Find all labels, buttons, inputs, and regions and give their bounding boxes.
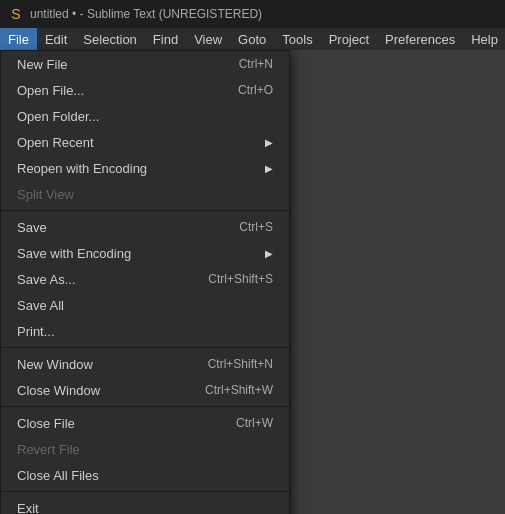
title-bar: S untitled • - Sublime Text (UNREGISTERE… (0, 0, 505, 28)
menu-item-label: Close All Files (17, 468, 273, 483)
menu-item-shortcut: Ctrl+Shift+N (208, 357, 273, 371)
menu-bar-item-edit[interactable]: Edit (37, 28, 75, 50)
menu-item-open-folder-[interactable]: Open Folder... (1, 103, 289, 129)
menu-item-label: Close Window (17, 383, 175, 398)
menu-item-new-window[interactable]: New WindowCtrl+Shift+N (1, 351, 289, 377)
menu-item-label: Print... (17, 324, 273, 339)
menu-item-open-file-[interactable]: Open File...Ctrl+O (1, 77, 289, 103)
menu-bar-item-view[interactable]: View (186, 28, 230, 50)
menu-item-print-[interactable]: Print... (1, 318, 289, 344)
menu-item-label: Reopen with Encoding (17, 161, 257, 176)
menu-item-label: Exit (17, 501, 273, 515)
menu-item-new-file[interactable]: New FileCtrl+N (1, 51, 289, 77)
menu-item-close-all-files[interactable]: Close All Files (1, 462, 289, 488)
menu-item-shortcut: Ctrl+S (239, 220, 273, 234)
window-title: untitled • - Sublime Text (UNREGISTERED) (30, 7, 262, 21)
menu-bar-item-tools[interactable]: Tools (274, 28, 320, 50)
menu-item-label: Close File (17, 416, 206, 431)
menu-item-close-window[interactable]: Close WindowCtrl+Shift+W (1, 377, 289, 403)
menu-bar-item-project[interactable]: Project (321, 28, 377, 50)
menu-item-exit[interactable]: Exit (1, 495, 289, 514)
menu-separator (1, 406, 289, 407)
menu-item-label: Save with Encoding (17, 246, 257, 261)
menu-item-revert-file: Revert File (1, 436, 289, 462)
menu-item-label: New Window (17, 357, 178, 372)
submenu-arrow-icon: ▶ (265, 163, 273, 174)
menu-item-label: Revert File (17, 442, 273, 457)
menu-item-split-view: Split View (1, 181, 289, 207)
menu-item-label: Split View (17, 187, 273, 202)
menu-item-label: Open Folder... (17, 109, 273, 124)
menu-item-label: Open File... (17, 83, 208, 98)
menu-item-close-file[interactable]: Close FileCtrl+W (1, 410, 289, 436)
submenu-arrow-icon: ▶ (265, 248, 273, 259)
menu-item-open-recent[interactable]: Open Recent▶ (1, 129, 289, 155)
menu-item-shortcut: Ctrl+N (239, 57, 273, 71)
menu-bar-item-selection[interactable]: Selection (75, 28, 144, 50)
menu-bar-item-file[interactable]: File (0, 28, 37, 50)
menu-item-label: Open Recent (17, 135, 257, 150)
menu-item-reopen-with-encoding[interactable]: Reopen with Encoding▶ (1, 155, 289, 181)
menu-item-save-with-encoding[interactable]: Save with Encoding▶ (1, 240, 289, 266)
menu-item-save[interactable]: SaveCtrl+S (1, 214, 289, 240)
menu-bar-item-help[interactable]: Help (463, 28, 505, 50)
menu-separator (1, 491, 289, 492)
menu-separator (1, 210, 289, 211)
menu-item-save-as-[interactable]: Save As...Ctrl+Shift+S (1, 266, 289, 292)
file-dropdown-menu: New FileCtrl+NOpen File...Ctrl+OOpen Fol… (0, 50, 290, 514)
menu-item-label: New File (17, 57, 209, 72)
submenu-arrow-icon: ▶ (265, 137, 273, 148)
menu-item-shortcut: Ctrl+W (236, 416, 273, 430)
menu-bar-item-find[interactable]: Find (145, 28, 186, 50)
menu-item-label: Save (17, 220, 209, 235)
menu-item-shortcut: Ctrl+Shift+S (208, 272, 273, 286)
menu-separator (1, 347, 289, 348)
menu-item-shortcut: Ctrl+Shift+W (205, 383, 273, 397)
menu-item-label: Save All (17, 298, 273, 313)
app-icon: S (8, 6, 24, 22)
menu-item-shortcut: Ctrl+O (238, 83, 273, 97)
menu-item-label: Save As... (17, 272, 178, 287)
menu-item-save-all[interactable]: Save All (1, 292, 289, 318)
menu-bar: FileEditSelectionFindViewGotoToolsProjec… (0, 28, 505, 50)
menu-bar-item-goto[interactable]: Goto (230, 28, 274, 50)
menu-bar-item-preferences[interactable]: Preferences (377, 28, 463, 50)
